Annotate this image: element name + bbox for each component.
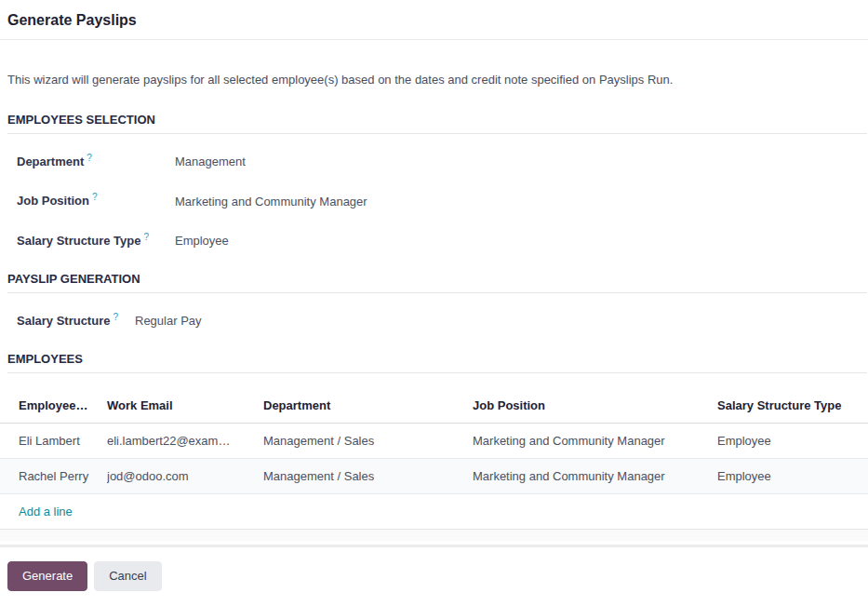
section-heading-employees: EMPLOYEES <box>7 352 867 373</box>
field-label-cell: Job Position? <box>17 190 175 209</box>
cell-employee: Rachel Perry <box>19 469 107 483</box>
column-header-employee[interactable]: Employee… <box>19 398 107 412</box>
cell-salary-structure-type: Employee <box>717 469 868 483</box>
salary-structure-value[interactable]: Regular Pay <box>135 314 202 329</box>
payslip-generation-fields: Salary Structure? Regular Pay <box>17 310 868 329</box>
section-heading-employees-selection: EMPLOYEES SELECTION <box>7 113 867 134</box>
employees-selection-fields: Department? Management Job Position? Mar… <box>17 151 868 249</box>
field-label-cell: Salary Structure Type? <box>17 230 175 249</box>
salary-structure-type-label: Salary Structure Type <box>17 234 140 248</box>
field-row-salary-structure: Salary Structure? Regular Pay <box>17 310 868 329</box>
employees-table: Employee… Work Email Department Job Posi… <box>0 388 868 541</box>
field-label-cell: Salary Structure? <box>17 310 118 329</box>
column-header-job-position[interactable]: Job Position <box>473 398 717 412</box>
cell-department: Management / Sales <box>263 469 473 483</box>
field-label-cell: Department? <box>17 151 175 169</box>
page-title: Generate Payslips <box>7 10 861 30</box>
salary-structure-type-value[interactable]: Employee <box>175 234 229 249</box>
section-heading-payslip-generation: PAYSLIP GENERATION <box>7 272 867 293</box>
cancel-button[interactable]: Cancel <box>94 561 161 591</box>
cell-work-email: eli.lambert22@exam… <box>107 434 263 448</box>
field-row-job-position: Job Position? Marketing and Community Ma… <box>17 190 868 209</box>
footer-divider <box>0 545 868 547</box>
column-header-work-email[interactable]: Work Email <box>107 398 263 412</box>
job-position-value[interactable]: Marketing and Community Manager <box>175 195 367 209</box>
department-label: Department <box>17 155 84 168</box>
cell-job-position: Marketing and Community Manager <box>473 434 717 448</box>
table-filler <box>0 530 868 541</box>
dialog-header: Generate Payslips <box>0 0 868 40</box>
field-row-salary-structure-type: Salary Structure Type? Employee <box>17 230 868 249</box>
help-icon[interactable]: ? <box>87 153 92 163</box>
add-line-link[interactable]: Add a line <box>19 505 73 518</box>
column-header-salary-structure-type[interactable]: Salary Structure Type <box>717 398 868 412</box>
column-header-department[interactable]: Department <box>263 398 473 412</box>
table-row[interactable]: Eli Lambert eli.lambert22@exam… Manageme… <box>0 424 868 459</box>
department-value[interactable]: Management <box>175 155 246 169</box>
help-icon[interactable]: ? <box>143 232 149 242</box>
generate-button[interactable]: Generate <box>7 561 87 591</box>
dialog-footer: Generate Cancel <box>7 561 868 591</box>
wizard-description: This wizard will generate payslips for a… <box>7 72 861 88</box>
table-header-row: Employee… Work Email Department Job Posi… <box>0 388 868 424</box>
field-row-department: Department? Management <box>17 151 868 169</box>
cell-salary-structure-type: Employee <box>717 434 868 448</box>
help-icon[interactable]: ? <box>113 312 118 322</box>
cell-employee: Eli Lambert <box>19 434 107 448</box>
add-line-row: Add a line <box>0 494 868 530</box>
table-row[interactable]: Rachel Perry jod@odoo.com Management / S… <box>0 459 868 494</box>
cell-job-position: Marketing and Community Manager <box>473 469 717 483</box>
help-icon[interactable]: ? <box>92 192 98 202</box>
cell-work-email: jod@odoo.com <box>107 469 263 483</box>
salary-structure-label: Salary Structure <box>17 314 110 328</box>
cell-department: Management / Sales <box>263 434 473 448</box>
job-position-label: Job Position <box>17 195 89 209</box>
